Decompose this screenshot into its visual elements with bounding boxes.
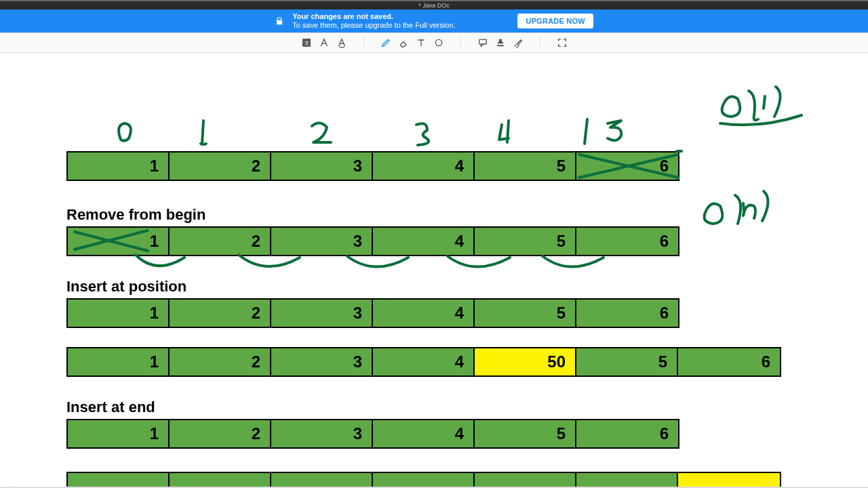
shape-icon[interactable]: [432, 36, 446, 49]
banner-line1: Your changes are not saved.: [292, 12, 455, 21]
cell: 4: [373, 348, 475, 375]
cell: 1: [68, 228, 170, 255]
cell: [271, 473, 373, 488]
eraser-icon[interactable]: [397, 36, 410, 49]
cell: 3: [271, 152, 373, 180]
cell: 1: [68, 348, 170, 375]
font-a-icon[interactable]: [317, 36, 331, 49]
cell: 4: [373, 420, 475, 447]
translate-icon[interactable]: 文: [300, 36, 313, 49]
array-row-6-partial: [66, 472, 781, 488]
cell: [68, 473, 170, 488]
heading-insert-position: Insert at position: [66, 278, 186, 296]
cell: 5: [475, 152, 576, 180]
highlighter-icon[interactable]: [511, 36, 525, 49]
cell: 1: [68, 152, 170, 180]
cell: 5: [475, 300, 576, 327]
svg-point-2: [435, 39, 441, 45]
toolbar: 文: [0, 33, 868, 53]
cell: 2: [170, 300, 271, 327]
upgrade-banner: Your changes are not saved. To save them…: [0, 9, 868, 33]
text-icon[interactable]: [414, 36, 428, 49]
array-row-3: 1 2 3 4 5 6: [66, 298, 679, 328]
cell: 2: [170, 420, 271, 447]
cell: 2: [170, 228, 271, 255]
cell: 2: [170, 348, 271, 375]
banner-line2: To save them, please upgrade to the Full…: [292, 21, 455, 30]
lock-icon: [275, 16, 284, 26]
cell: 5: [475, 420, 576, 447]
doc-title: * Java DOc: [418, 2, 450, 9]
heading-insert-end: Insert at end: [66, 399, 155, 416]
cell: 6: [576, 152, 678, 180]
array-row-4: 1 2 3 4 50 5 6: [66, 347, 781, 377]
array-row-5: 1 2 3 4 5 6: [66, 419, 679, 449]
cell: 6: [576, 228, 678, 255]
stamp-icon[interactable]: [494, 36, 507, 49]
cell: 2: [170, 152, 271, 180]
cell: 5: [576, 348, 678, 375]
cell-highlight: 50: [475, 348, 576, 375]
cell: [678, 473, 780, 488]
cell: 6: [678, 348, 780, 375]
cell: 6: [576, 300, 678, 327]
cell: [373, 473, 475, 488]
cell: 6: [576, 420, 678, 447]
canvas[interactable]: 1 2 3 4 5 6 Remove from begin 1 2 3 4 5 …: [0, 53, 868, 488]
toolbar-separator: [540, 36, 540, 49]
fullscreen-icon[interactable]: [555, 36, 569, 49]
cell: [170, 473, 271, 488]
toolbar-separator: [460, 36, 461, 49]
banner-text: Your changes are not saved. To save them…: [292, 12, 455, 30]
array-row-2: 1 2 3 4 5 6: [66, 226, 679, 256]
cell: 3: [271, 300, 373, 327]
cell: 5: [475, 228, 576, 255]
cell: 4: [373, 152, 475, 180]
cell: [475, 473, 576, 488]
cell: 3: [271, 228, 373, 255]
cell: 1: [68, 300, 170, 327]
cell: 1: [68, 420, 170, 447]
heading-remove-begin: Remove from begin: [66, 206, 205, 224]
font-a-alt-icon[interactable]: [335, 36, 349, 49]
toolbar-separator: [363, 36, 364, 49]
cell: 3: [271, 420, 373, 447]
pencil-icon[interactable]: [379, 36, 393, 49]
cell: [576, 473, 678, 488]
cell: 4: [373, 300, 475, 327]
svg-text:文: 文: [304, 41, 309, 45]
array-row-1: 1 2 3 4 5 6: [66, 151, 679, 181]
comment-icon[interactable]: [476, 36, 490, 49]
cell: 4: [373, 228, 475, 255]
upgrade-button[interactable]: UPGRADE NOW: [517, 14, 593, 28]
svg-rect-3: [479, 39, 486, 44]
cell: 3: [271, 348, 373, 375]
titlebar: * Java DOc: [0, 0, 868, 9]
